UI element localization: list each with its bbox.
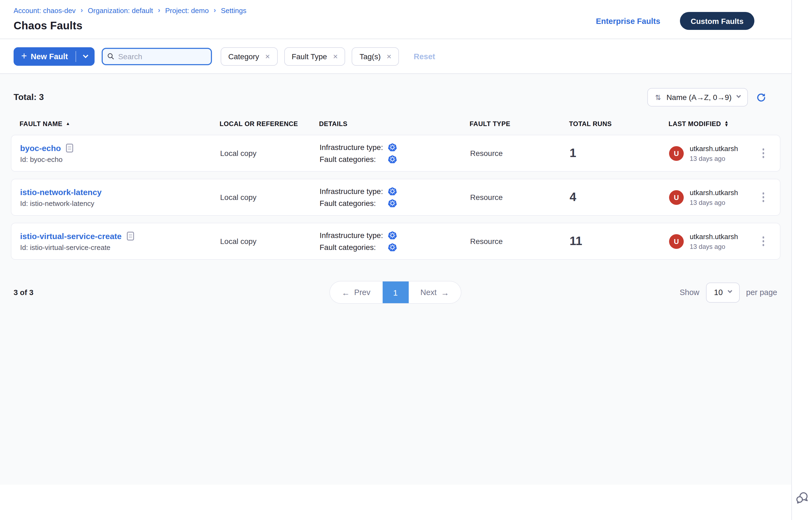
prev-page-button[interactable]: ← Prev <box>330 282 382 303</box>
column-label: DETAILS <box>319 120 347 128</box>
fault-name-cell: byoc-echo Id: byoc-echo <box>20 143 220 163</box>
avatar: U <box>669 234 684 249</box>
chevron-down-icon <box>83 53 88 58</box>
enterprise-faults-link[interactable]: Enterprise Faults <box>596 17 660 25</box>
kubernetes-icon[interactable] <box>388 143 397 152</box>
filter-chip-label: Tag(s) <box>359 52 381 60</box>
infrastructure-type-label: Infrastructure type: <box>320 231 388 240</box>
arrow-right-icon: → <box>441 288 449 297</box>
arrow-left-icon: ← <box>341 288 350 297</box>
modified-by: utkarsh.utkarsh <box>690 144 738 152</box>
reset-filters-button[interactable]: Reset <box>414 52 435 60</box>
prev-label: Prev <box>354 288 371 297</box>
sort-arrows-icon: ⇅ <box>655 93 661 101</box>
fault-type-cell: Resource <box>470 193 569 202</box>
new-fault-label: New Fault <box>31 52 68 60</box>
fault-name-link[interactable]: istio-network-latency <box>20 187 102 197</box>
row-menu-button[interactable] <box>760 233 767 250</box>
new-fault-button[interactable]: + New Fault <box>14 47 95 66</box>
breadcrumb-organization-link[interactable]: Organization: default <box>88 6 153 15</box>
document-icon[interactable] <box>66 143 73 152</box>
fault-categories-label: Fault categories: <box>320 199 388 208</box>
show-label: Show <box>680 288 700 297</box>
close-icon[interactable]: × <box>333 52 338 60</box>
row-menu-button[interactable] <box>760 145 767 161</box>
kubernetes-icon[interactable] <box>388 199 397 208</box>
filter-chip-fault-type[interactable]: Fault Type × <box>284 47 346 66</box>
column-header-total-runs: TOTAL RUNS <box>569 120 668 128</box>
column-header-fault-name[interactable]: FAULT NAME ▲ <box>20 120 220 128</box>
fault-id: Id: istio-network-latency <box>20 199 220 207</box>
breadcrumb-settings-link[interactable]: Settings <box>221 6 247 15</box>
content-area: Total: 3 ⇅ Name (A→Z, 0→9) <box>0 74 791 485</box>
fault-type-cell: Resource <box>470 149 569 158</box>
modified-time: 13 days ago <box>690 155 738 162</box>
refresh-button[interactable] <box>756 92 766 102</box>
close-icon[interactable]: × <box>387 52 391 60</box>
infrastructure-type-label: Infrastructure type: <box>320 187 388 196</box>
custom-faults-button[interactable]: Custom Faults <box>680 12 754 30</box>
breadcrumb-project-link[interactable]: Project: demo <box>165 6 209 15</box>
kubernetes-icon[interactable] <box>388 243 397 252</box>
chevron-down-icon <box>728 288 732 293</box>
details-cell: Infrastructure type: Fault categories: <box>320 231 470 252</box>
last-modified-cell: U utkarsh.utkarsh 13 days ago <box>669 232 771 250</box>
main-column: Account: chaos-dev › Organization: defau… <box>0 0 791 520</box>
toolbar: + New Fault Category × Faul <box>0 38 791 74</box>
fault-type-cell: Resource <box>470 237 569 245</box>
avatar: U <box>669 146 684 161</box>
help-chat-button[interactable] <box>795 491 809 507</box>
table-row[interactable]: istio-network-latency Id: istio-network-… <box>11 179 781 216</box>
row-menu-button[interactable] <box>760 189 767 205</box>
page-size-select[interactable]: 10 <box>706 282 740 303</box>
close-icon[interactable]: × <box>265 52 270 60</box>
sort-dropdown[interactable]: ⇅ Name (A→Z, 0→9) <box>648 88 748 106</box>
fault-categories-label: Fault categories: <box>320 243 388 252</box>
fault-categories-label: Fault categories: <box>320 155 388 163</box>
kubernetes-icon[interactable] <box>388 187 397 196</box>
sort-both-icon: ▲ ▼ <box>724 120 729 127</box>
chaos-faults-page: Account: chaos-dev › Organization: defau… <box>0 0 812 520</box>
table-header: FAULT NAME ▲ LOCAL OR REFERENCE DETAILS … <box>11 120 781 128</box>
search-icon <box>107 52 115 60</box>
search-input[interactable] <box>118 52 206 60</box>
triangle-down-icon: ▼ <box>724 124 729 127</box>
plus-icon: + <box>21 51 27 60</box>
filter-chip-category[interactable]: Category × <box>221 47 277 66</box>
document-icon[interactable] <box>127 231 134 240</box>
modified-by: utkarsh.utkarsh <box>690 188 738 197</box>
filter-chip-label: Fault Type <box>291 52 327 60</box>
breadcrumb-account-link[interactable]: Account: chaos-dev <box>14 6 76 15</box>
search-box <box>102 48 212 65</box>
next-page-button[interactable]: Next → <box>408 282 461 303</box>
column-header-details: DETAILS <box>319 120 470 128</box>
chevron-down-icon <box>736 94 741 98</box>
total-runs-cell: 11 <box>569 234 669 248</box>
page-size-value: 10 <box>714 288 722 297</box>
column-label: LAST MODIFIED <box>668 120 721 128</box>
modified-time: 13 days ago <box>690 243 738 250</box>
total-count: Total: 3 <box>14 93 44 102</box>
breadcrumb-separator-icon: › <box>80 6 83 14</box>
new-fault-dropdown-button[interactable] <box>76 47 95 66</box>
current-page-button[interactable]: 1 <box>382 282 408 303</box>
column-label: FAULT NAME <box>20 120 62 128</box>
local-or-reference-cell: Local copy <box>220 237 320 245</box>
pagination-row: 3 of 3 ← Prev 1 Next → Show 10 <box>11 282 781 303</box>
kubernetes-icon[interactable] <box>388 155 397 163</box>
filter-chip-tags[interactable]: Tag(s) × <box>352 47 399 66</box>
kubernetes-icon[interactable] <box>388 231 397 240</box>
filter-chips: Category × Fault Type × Tag(s) × <box>221 47 399 66</box>
infrastructure-type-label: Infrastructure type: <box>320 143 388 152</box>
modified-info: utkarsh.utkarsh 13 days ago <box>690 188 738 206</box>
total-runs-cell: 1 <box>569 146 669 160</box>
table-row[interactable]: byoc-echo Id: byoc-echo Local copy Infra… <box>11 135 781 172</box>
fault-name-link[interactable]: byoc-echo <box>20 143 61 152</box>
total-runs-cell: 4 <box>569 190 669 204</box>
details-cell: Infrastructure type: Fault categories: <box>320 143 470 163</box>
page-size-group: Show 10 per page <box>658 282 777 303</box>
column-header-last-modified[interactable]: LAST MODIFIED ▲ ▼ <box>668 120 772 128</box>
fault-name-link[interactable]: istio-virtual-service-create <box>20 231 122 240</box>
header-actions: Enterprise Faults Custom Faults <box>596 12 754 30</box>
table-row[interactable]: istio-virtual-service-create Id: istio-v… <box>11 223 781 260</box>
